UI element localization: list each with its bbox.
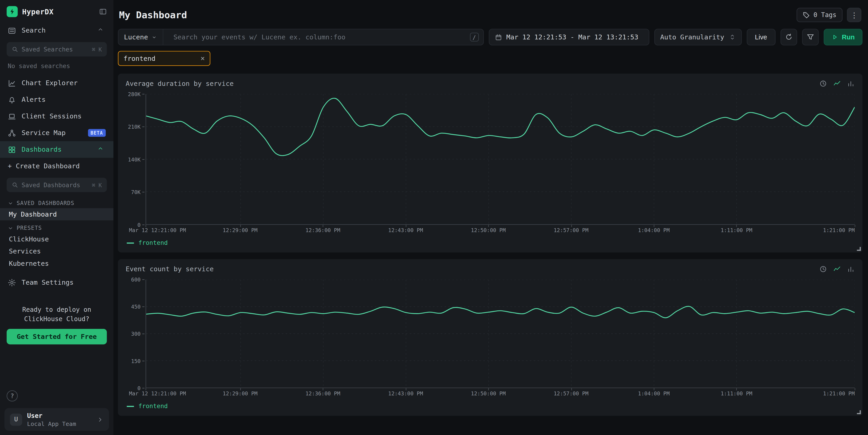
user-team: Local App Team [27, 420, 92, 427]
saved-searches-input[interactable]: Saved Searches ⌘ K [7, 42, 107, 57]
line-series-frontend [146, 280, 855, 387]
time-range-icon[interactable] [819, 80, 827, 88]
collapse-sidebar-icon[interactable] [99, 8, 107, 15]
filter-row: Lucene Search your events w/ Lucene ex. … [118, 29, 863, 45]
app-root: HyperDX Search Saved Searches ⌘ K No sav… [0, 0, 868, 435]
chart-explorer-icon [8, 79, 16, 87]
x-tick-label: 12:43:00 PM [388, 391, 423, 397]
legend-line-swatch [127, 242, 134, 244]
x-tickmark [855, 225, 855, 227]
event-search-bar[interactable]: Lucene Search your events w/ Lucene ex. … [118, 29, 484, 45]
x-tickmark [406, 225, 406, 227]
sidebar-item-chart-explorer[interactable]: Chart Explorer [0, 75, 114, 91]
x-tickmark [240, 225, 241, 227]
x-tick-label: 12:50:00 PM [471, 391, 506, 397]
refresh-button[interactable] [780, 29, 797, 45]
x-tick-label: 12:29:00 PM [223, 391, 257, 397]
x-tickmark [323, 388, 323, 391]
line-series-frontend [146, 94, 855, 224]
dashboards-grid-icon [8, 145, 16, 154]
legend-label[interactable]: frontend [138, 402, 168, 410]
granularity-value: Auto Granularity [660, 33, 724, 41]
chevron-down-icon [8, 225, 13, 230]
x-tickmark [571, 225, 571, 227]
brand-row: HyperDX [0, 0, 114, 22]
x-tick-label: 1:11:00 PM [721, 391, 752, 397]
presets-section-toggle[interactable]: PRESETS [0, 220, 114, 233]
sidebar-item-label: Dashboards [22, 146, 92, 153]
hyperdx-logo-icon [7, 6, 18, 17]
chart-plot-area: 6004503001500 [126, 280, 855, 388]
shortcut-hint: ⌘ K [92, 46, 102, 52]
card-resize-handle[interactable] [857, 410, 861, 414]
x-tickmark [146, 388, 146, 391]
section-heading: PRESETS [17, 225, 42, 231]
x-tick-label: 12:50:00 PM [471, 227, 506, 233]
x-tick-label: 12:57:00 PM [554, 391, 588, 397]
sidebar-item-my-dashboard[interactable]: My Dashboard [0, 208, 114, 220]
saved-searches-placeholder: Saved Searches [22, 46, 89, 53]
chevron-up-down-icon [729, 34, 736, 40]
date-range-picker[interactable]: Mar 12 12:21:53 - Mar 12 13:21:53 [489, 29, 649, 45]
legend-label[interactable]: frontend [138, 239, 168, 246]
saved-dashboards-input[interactable]: Saved Dashboards ⌘ K [7, 178, 107, 192]
sidebar-item-alerts[interactable]: Alerts [0, 91, 114, 108]
tag-icon [803, 11, 810, 19]
line-chart-toggle-icon[interactable] [833, 265, 841, 273]
sidebar-item-label: Chart Explorer [22, 79, 106, 87]
date-range-value: Mar 12 12:21:53 - Mar 12 13:21:53 [506, 33, 639, 41]
sidebar-item-preset-clickhouse[interactable]: ClickHouse [0, 233, 114, 245]
line-chart-toggle-icon[interactable] [833, 80, 841, 88]
y-tick-label: 450 [131, 304, 145, 310]
calendar-icon [495, 33, 502, 41]
user-menu[interactable]: U User Local App Team [4, 408, 109, 431]
sidebar: HyperDX Search Saved Searches ⌘ K No sav… [0, 0, 114, 435]
search-icon [11, 46, 18, 53]
sidebar-item-search[interactable]: Search [0, 22, 114, 39]
chart-card-event-count: Event count by service 6004503001500 [118, 259, 863, 416]
filter-button[interactable] [802, 29, 818, 45]
time-range-icon[interactable] [819, 265, 827, 273]
no-saved-searches-note: No saved searches [0, 60, 114, 75]
get-started-button[interactable]: Get Started for Free [7, 329, 107, 345]
y-tick-label: 150 [131, 358, 145, 364]
sidebar-item-service-map[interactable]: Service Map BETA [0, 125, 114, 141]
granularity-select[interactable]: Auto Granularity [654, 29, 742, 45]
create-dashboard-button[interactable]: + Create Dashboard [0, 158, 114, 175]
x-tick-label: 1:11:00 PM [721, 227, 752, 233]
beta-badge: BETA [88, 129, 106, 137]
tags-button[interactable]: 0 Tags [797, 8, 842, 22]
query-language-select[interactable]: Lucene [118, 29, 163, 45]
card-resize-handle[interactable] [857, 247, 861, 251]
saved-dashboards-section-toggle[interactable]: SAVED DASHBOARDS [0, 195, 114, 208]
event-search-placeholder: Search your events w/ Lucene ex. column:… [168, 33, 465, 41]
query-language-value: Lucene [124, 33, 148, 41]
bar-chart-toggle-icon[interactable] [847, 265, 855, 273]
x-tick-label: 12:36:00 PM [305, 227, 340, 233]
service-filter-chip[interactable]: frontend × [118, 51, 210, 66]
close-icon[interactable]: × [200, 54, 205, 62]
service-map-icon [8, 129, 16, 137]
sidebar-item-dashboards[interactable]: Dashboards [0, 141, 114, 158]
shortcut-hint: ⌘ K [92, 182, 102, 188]
dashboard-menu-button[interactable]: ⋮ [847, 8, 861, 22]
x-tick-label: 12:57:00 PM [554, 227, 588, 233]
chart-card-average-duration: Average duration by service 280K210K140K… [118, 73, 863, 252]
play-icon [831, 34, 838, 40]
chart-legend: frontend [127, 402, 855, 410]
y-tick-label: 300 [131, 331, 145, 337]
sidebar-item-preset-kubernetes[interactable]: Kubernetes [0, 257, 114, 270]
user-name: User [27, 412, 92, 420]
x-tickmark [240, 388, 241, 391]
sidebar-item-team-settings[interactable]: Team Settings [0, 274, 114, 290]
plot [146, 94, 855, 225]
x-tickmark [654, 388, 654, 391]
sidebar-item-client-sessions[interactable]: Client Sessions [0, 108, 114, 125]
run-button[interactable]: Run [824, 29, 863, 45]
live-button[interactable]: Live [747, 29, 775, 45]
help-button[interactable]: ? [7, 391, 18, 402]
x-tickmark [571, 388, 571, 391]
bar-chart-toggle-icon[interactable] [847, 80, 855, 88]
sidebar-item-preset-services[interactable]: Services [0, 245, 114, 257]
filter-chip-row: frontend × [118, 45, 863, 67]
